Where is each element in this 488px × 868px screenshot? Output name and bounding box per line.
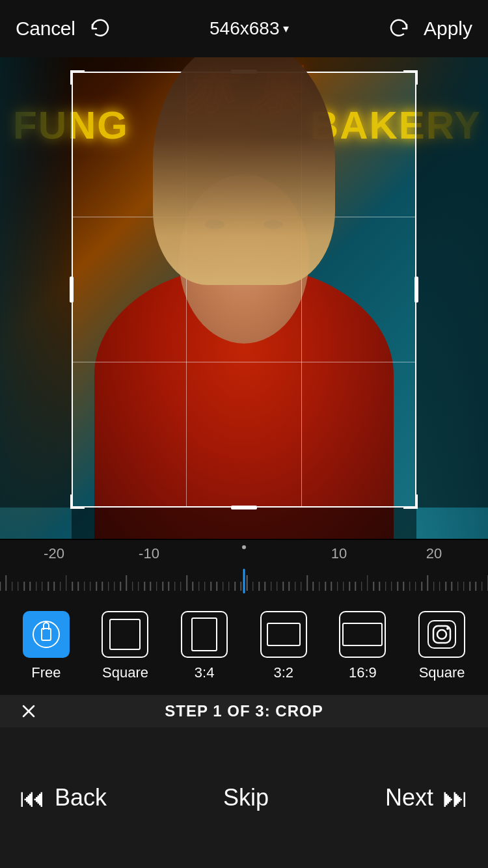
crop-mask-left (0, 72, 72, 508)
crop-handle-top-left[interactable] (70, 70, 85, 85)
crop-handle-bottom-left[interactable] (70, 495, 85, 509)
crop-handle-bottom[interactable] (231, 506, 257, 509)
crop-option-32-label: 3:2 (274, 664, 294, 681)
top-bar-left: Cancel (16, 17, 112, 40)
back-label: Back (55, 784, 107, 811)
crop-handle-top-right[interactable] (403, 70, 418, 85)
rect-32-shape (267, 623, 301, 646)
ruler-labels: -20 -10 10 20 (0, 545, 488, 562)
skip-button[interactable]: Skip (223, 784, 269, 811)
crop-icon-169[interactable] (339, 611, 386, 658)
free-icon-lock-shackle (43, 622, 49, 630)
ruler-label-neg20: -20 (34, 545, 74, 562)
next-end-icon: ⏭ (442, 783, 468, 813)
ruler-area[interactable]: -20 -10 10 20 // Will be drawn below (0, 540, 488, 597)
svg-point-2 (446, 627, 449, 630)
free-icon-lock-body (41, 628, 51, 641)
ruler-indicator (243, 569, 245, 593)
crop-option-32[interactable]: 3:2 (258, 611, 310, 681)
crop-mask-bottom (72, 508, 416, 539)
crop-option-34-label: 3:4 (195, 664, 215, 681)
crop-icon-34[interactable] (181, 611, 228, 658)
dimension-value: 546x683 (210, 18, 279, 39)
crop-options: Free Square 3:4 3:2 16:9 (0, 597, 488, 695)
person-hair (153, 57, 335, 285)
step-label: STEP 1 OF 3: CROP (165, 702, 323, 720)
bottom-nav: ⏮ Back Skip Next ⏭ (0, 727, 488, 868)
dimension-display[interactable]: 546x683 ▾ (210, 18, 289, 39)
crop-option-instagram-label: Square (419, 664, 465, 681)
ruler-label-20: 20 (414, 545, 454, 562)
crop-handle-left[interactable] (70, 277, 74, 303)
crop-option-169[interactable]: 16:9 (336, 611, 388, 681)
crop-option-instagram[interactable]: Square (416, 611, 468, 681)
ruler-label-neg10: -10 (129, 545, 169, 562)
back-button[interactable]: ⏮ Back (20, 783, 107, 813)
step-bar: STEP 1 OF 3: CROP (0, 695, 488, 727)
apply-button[interactable]: Apply (424, 18, 472, 40)
back-start-icon: ⏮ (20, 783, 46, 813)
crop-mask-right (416, 72, 488, 508)
grid-line-h2 (72, 362, 416, 362)
crop-option-free-label: Free (31, 664, 61, 681)
redo-icon[interactable] (387, 17, 411, 40)
next-button[interactable]: Next ⏭ (385, 783, 468, 813)
svg-point-1 (437, 630, 446, 639)
instagram-icon-shape (427, 620, 456, 649)
crop-option-169-label: 16:9 (349, 664, 377, 681)
crop-handle-bottom-right[interactable] (403, 495, 418, 509)
ruler-label-0 (224, 545, 264, 562)
crop-icon-square[interactable] (102, 611, 148, 658)
crop-option-square-label: Square (102, 664, 148, 681)
top-bar: Cancel 546x683 ▾ Apply (0, 0, 488, 57)
image-area: 亦 乐 FUNG BAKERY (0, 57, 488, 539)
crop-icon-instagram[interactable] (418, 611, 465, 658)
crop-icon-free[interactable] (23, 611, 70, 658)
rect-34-shape (191, 617, 217, 651)
square-shape (109, 619, 141, 650)
dimension-arrow-icon: ▾ (283, 21, 289, 36)
crop-option-free[interactable]: Free (20, 611, 72, 681)
crop-handle-right[interactable] (414, 277, 418, 303)
refresh-icon[interactable] (88, 17, 112, 40)
next-label: Next (385, 784, 433, 811)
top-bar-right: Apply (387, 17, 472, 40)
crop-option-square[interactable]: Square (99, 611, 151, 681)
ruler-label-10: 10 (319, 545, 359, 562)
cancel-button[interactable]: Cancel (16, 18, 75, 40)
crop-icon-32[interactable] (260, 611, 307, 658)
free-icon-circle (33, 621, 60, 648)
free-icon-inner (30, 618, 62, 651)
rect-169-shape (342, 623, 383, 646)
crop-option-34[interactable]: 3:4 (178, 611, 230, 681)
step-close-button[interactable] (16, 698, 42, 724)
